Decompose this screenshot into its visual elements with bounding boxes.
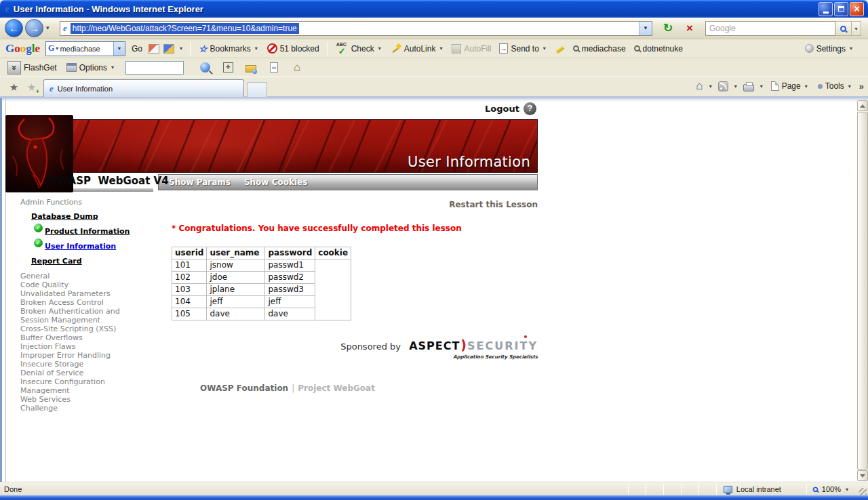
close-button[interactable]: × <box>850 2 864 16</box>
dotnetnuke-site-button[interactable]: dotnetnuke <box>632 43 685 55</box>
sidebar-item-challenge[interactable]: Challenge <box>20 404 129 413</box>
table-cell: jplane <box>207 284 265 296</box>
flashget-search-button[interactable] <box>196 60 214 75</box>
bookmarks-button[interactable]: ☆Bookmarks▾ <box>197 42 261 56</box>
sidebar-link-product-information[interactable]: ✓ Product Information <box>34 227 141 236</box>
google-logo: Google <box>5 42 40 56</box>
flashget-options-button[interactable]: Options▾ <box>64 62 117 74</box>
address-dropdown[interactable]: ▾ <box>639 22 652 35</box>
table-cell: 105 <box>172 308 207 320</box>
sidebar-item-broken-authentication[interactable]: Broken Authentication and Session Manage… <box>20 307 129 325</box>
scroll-down-button[interactable] <box>857 470 868 481</box>
ie-logo-icon: e <box>5 3 9 14</box>
search-images-icon[interactable] <box>163 44 174 54</box>
popup-blocked-button[interactable]: 51 blocked <box>265 42 321 55</box>
title-bar[interactable]: e User Information - Windows Internet Ex… <box>0 0 868 18</box>
stop-button[interactable]: × <box>681 20 698 37</box>
send-to-button[interactable]: Send to▾ <box>497 42 549 55</box>
flashget-home-button[interactable]: ⌂ <box>288 60 306 75</box>
vertical-scrollbar[interactable] <box>857 100 868 481</box>
scroll-up-button[interactable] <box>857 100 868 111</box>
chevron-down-icon[interactable]: ▾ <box>760 83 763 89</box>
show-params-button[interactable]: Show Params <box>169 178 231 187</box>
sidebar-item-admin-functions[interactable]: Admin Functions <box>20 198 141 207</box>
chevron-down-icon[interactable]: ▾ <box>709 83 712 89</box>
logout-area: Logout ? <box>485 102 536 115</box>
sidebar-item-general[interactable]: General <box>20 272 129 280</box>
flashget-button[interactable]: »FlashGet <box>5 60 59 76</box>
sidebar-link-database-dump[interactable]: Database Dump <box>31 212 141 221</box>
sidebar-item-improper-error-handling[interactable]: Improper Error Handling <box>20 351 129 360</box>
add-favorite-button[interactable]: ★+ <box>23 80 40 96</box>
table-cell: passwd1 <box>265 259 315 272</box>
forward-button[interactable]: → <box>25 19 43 37</box>
help-button[interactable]: ? <box>524 102 536 115</box>
google-g-icon: G <box>48 43 54 54</box>
tab-user-information[interactable]: e User Information <box>43 79 244 97</box>
mediachase-site-button[interactable]: mediachase <box>571 43 628 55</box>
new-tab-stub[interactable] <box>247 82 267 97</box>
sidebar-item-unvalidated-parameters[interactable]: Unvalidated Parameters <box>20 289 129 298</box>
combo-dropdown[interactable]: ▾ <box>113 42 125 56</box>
sidebar-item-code-quality[interactable]: Code Quality <box>20 280 129 289</box>
page-icon <box>771 81 779 91</box>
sidebar-item-buffer-overflows[interactable]: Buffer Overflows <box>20 333 129 342</box>
search-site-icon[interactable] <box>149 44 159 54</box>
favorites-button[interactable]: ★ <box>5 80 22 96</box>
table-cell: jeff <box>207 296 265 308</box>
table-cell: passwd2 <box>265 272 315 284</box>
table-cell <box>315 284 351 296</box>
address-bar[interactable]: e http://neo/WebGoat/attack?Screen=71&me… <box>60 21 652 36</box>
restart-lesson-link[interactable]: Restart this Lesson <box>172 200 538 209</box>
restore-button[interactable] <box>834 2 848 16</box>
sidebar-item-insecure-configuration[interactable]: Insecure Configuration Management <box>20 377 129 395</box>
flashget-label: FlashGet <box>24 63 57 72</box>
refresh-button[interactable]: ↻ <box>659 20 677 37</box>
zoom-control[interactable]: 100% ▾ <box>807 485 855 493</box>
history-dropdown-icon[interactable]: ▾ <box>46 24 50 31</box>
settings-button[interactable]: Settings▾ <box>803 43 856 55</box>
home-button[interactable]: ⌂ <box>696 80 703 92</box>
google-search-combo[interactable]: G ▾ mediachase ▾ <box>45 41 125 56</box>
search-button[interactable] <box>835 21 852 36</box>
sidebar-item-broken-access-control[interactable]: Broken Access Control <box>20 298 129 307</box>
scrollbar-thumb[interactable] <box>857 112 868 470</box>
show-cookies-button[interactable]: Show Cookies <box>244 178 307 187</box>
google-go-button[interactable]: Go <box>130 43 144 55</box>
sidebar-link-user-information[interactable]: ✓ User Information <box>34 242 141 251</box>
back-button[interactable]: ← <box>5 19 23 37</box>
autolink-wand-icon <box>391 43 401 54</box>
tools-menu-button[interactable]: Tools▾ <box>816 80 854 92</box>
owasp-foundation-link[interactable]: OWASP Foundation <box>200 383 288 393</box>
sidebar-link-report-card[interactable]: Report Card <box>31 257 141 266</box>
minimize-button[interactable] <box>818 2 833 16</box>
search-input[interactable] <box>705 21 835 36</box>
flashget-links-button[interactable]: ∞ <box>265 60 283 75</box>
flashget-capture-button[interactable]: + <box>219 60 237 75</box>
chevron-down-icon[interactable]: ▾ <box>180 45 182 51</box>
globe-search-icon <box>200 62 210 72</box>
logout-link[interactable]: Logout <box>485 104 519 114</box>
autofill-label: AutoFill <box>464 44 491 54</box>
spellcheck-button[interactable]: ABC✓Check▾ <box>334 41 384 56</box>
plus-icon: + <box>36 89 39 94</box>
sidebar-item-denial-of-service[interactable]: Denial of Service <box>20 369 129 377</box>
project-webgoat-link[interactable]: Project WebGoat <box>298 383 375 393</box>
sidebar-item-insecure-storage[interactable]: Insecure Storage <box>20 360 129 369</box>
search-dropdown[interactable]: ▾ <box>852 21 861 36</box>
blocked-label: 51 blocked <box>280 44 319 54</box>
sidebar-item-web-services[interactable]: Web Services <box>20 395 129 404</box>
flashget-input[interactable] <box>125 61 184 75</box>
sidebar-item-xss[interactable]: Cross-Site Scripting (XSS) <box>20 325 129 333</box>
table-cell: 104 <box>172 296 207 308</box>
highlighter-button[interactable] <box>553 43 567 55</box>
status-bar: Done Local intranet 100% ▾ <box>0 482 868 495</box>
sponsored-by-text: Sponsored by <box>340 341 401 352</box>
autolink-button[interactable]: AutoLink▾ <box>389 42 446 56</box>
resize-grip[interactable] <box>859 488 867 495</box>
page-menu-button[interactable]: Page▾ <box>769 80 811 92</box>
flashget-folder-button[interactable] <box>242 60 260 75</box>
sidebar-item-injection-flaws[interactable]: Injection Flaws <box>20 342 129 351</box>
more-commands-icon[interactable]: » <box>859 81 864 91</box>
print-button[interactable] <box>743 84 754 91</box>
